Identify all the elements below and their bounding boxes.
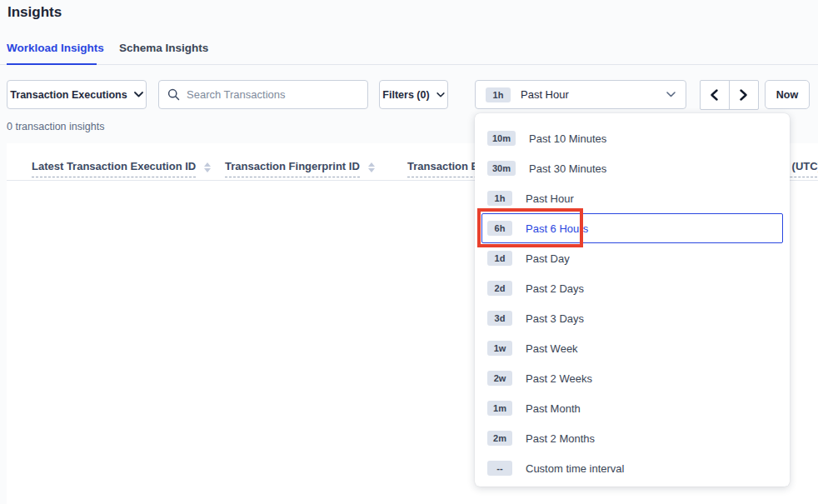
time-option-label: Past 30 Minutes <box>529 162 606 175</box>
search-icon <box>167 88 180 101</box>
time-option-past-10-minutes[interactable]: 10m Past 10 Minutes <box>481 123 783 153</box>
time-prev-button[interactable] <box>701 81 730 109</box>
time-range-label: Past Hour <box>521 88 569 101</box>
time-option-badge: -- <box>487 461 512 476</box>
time-option-past-month[interactable]: 1m Past Month <box>481 393 783 423</box>
time-option-label: Custom time interval <box>526 462 624 475</box>
time-option-badge: 1m <box>487 401 512 416</box>
time-option-badge: 2d <box>487 281 512 296</box>
time-option-badge: 2w <box>487 371 512 386</box>
time-range-dropdown: 10m Past 10 Minutes 30m Past 30 Minutes … <box>475 113 790 487</box>
time-option-label: Past 2 Days <box>526 282 584 295</box>
time-option-past-week[interactable]: 1w Past Week <box>481 333 783 363</box>
column-header-label[interactable]: Latest Transaction Execution ID <box>32 160 196 177</box>
time-option-label: Past 2 Weeks <box>526 372 592 385</box>
tab-schema-insights[interactable]: Schema Insights <box>119 42 208 54</box>
column-header-txn-fingerprint-id[interactable]: Transaction Fingerprint ID <box>225 160 375 177</box>
filters-button[interactable]: Filters (0) <box>379 80 448 109</box>
time-range-select[interactable]: 1h Past Hour <box>475 80 686 109</box>
sort-icon[interactable] <box>204 162 211 172</box>
time-option-past-30-minutes[interactable]: 30m Past 30 Minutes <box>481 153 783 183</box>
time-option-label: Past 6 Hours <box>526 222 588 235</box>
time-option-label: Past 3 Days <box>526 312 584 325</box>
chevron-down-icon <box>666 92 676 97</box>
search-box[interactable] <box>158 80 368 109</box>
time-option-badge: 2m <box>487 431 512 446</box>
time-next-button[interactable] <box>730 81 759 109</box>
time-option-past-hour[interactable]: 1h Past Hour <box>481 183 783 213</box>
time-option-badge: 1h <box>487 191 512 206</box>
time-option-past-3-days[interactable]: 3d Past 3 Days <box>481 303 783 333</box>
tab-bar: Workload Insights Schema Insights <box>0 37 818 65</box>
filters-label: Filters (0) <box>382 89 429 101</box>
column-header-latest-txn-execution-id[interactable]: Latest Transaction Execution ID <box>32 160 211 177</box>
time-option-past-day[interactable]: 1d Past Day <box>481 243 783 273</box>
time-option-label: Past Day <box>526 252 570 265</box>
time-nav-group <box>700 80 759 110</box>
toolbar: Transaction Executions Filters (0) 1h Pa… <box>0 80 818 110</box>
page-title: Insights <box>7 4 62 21</box>
time-option-past-2-weeks[interactable]: 2w Past 2 Weeks <box>481 363 783 393</box>
now-button[interactable]: Now <box>765 80 810 109</box>
time-option-past-2-days[interactable]: 2d Past 2 Days <box>481 273 783 303</box>
time-option-badge: 10m <box>487 131 516 146</box>
time-option-past-6-hours[interactable]: 6h Past 6 Hours <box>481 213 783 243</box>
now-label: Now <box>776 89 798 101</box>
time-option-badge: 1d <box>487 251 512 266</box>
workload-type-select[interactable]: Transaction Executions <box>7 80 147 109</box>
time-option-past-2-months[interactable]: 2m Past 2 Months <box>481 423 783 453</box>
time-option-badge: 3d <box>487 311 512 326</box>
chevron-left-icon <box>711 89 718 101</box>
time-option-badge: 30m <box>487 161 516 176</box>
time-range-badge: 1h <box>486 87 511 102</box>
sort-icon[interactable] <box>368 162 375 172</box>
tab-workload-insights[interactable]: Workload Insights <box>7 42 104 54</box>
time-option-label: Past 10 Minutes <box>529 132 606 145</box>
time-option-label: Past 2 Months <box>526 432 595 445</box>
time-option-badge: 6h <box>487 221 512 236</box>
column-header-label[interactable]: Transaction Fingerprint ID <box>225 160 360 177</box>
workload-type-label: Transaction Executions <box>10 89 127 101</box>
chevron-down-icon <box>436 92 445 97</box>
chevron-right-icon <box>740 89 747 101</box>
search-input[interactable] <box>187 88 359 101</box>
active-tab-underline <box>7 63 97 65</box>
time-option-badge: 1w <box>487 341 512 356</box>
time-option-label: Past Hour <box>526 192 574 205</box>
insights-count: 0 transaction insights <box>7 121 104 132</box>
time-option-custom-interval[interactable]: -- Custom time interval <box>481 453 783 483</box>
time-option-label: Past Week <box>526 342 578 355</box>
time-option-label: Past Month <box>526 402 581 415</box>
chevron-down-icon <box>134 92 143 97</box>
